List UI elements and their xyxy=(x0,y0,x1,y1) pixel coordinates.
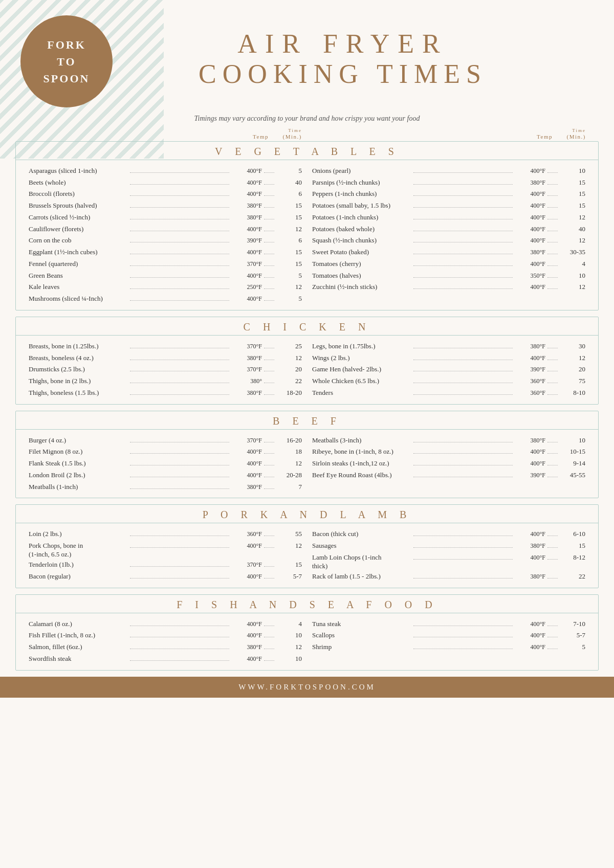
food-temp-vegetables-left-4: 380°F xyxy=(231,212,262,223)
food-dots-beef-left-0 xyxy=(130,442,229,442)
food-dots2-vegetables-left-9 xyxy=(264,277,274,278)
food-name-beef-left-4: Meatballs (1-inch) xyxy=(29,481,128,493)
food-time-vegetables-left-5: 12 xyxy=(276,224,302,235)
food-time-beef-left-4: 7 xyxy=(276,481,302,493)
section-fish-and-seafood: F I S H A N D S E A F O O DCalamari (8 o… xyxy=(15,594,599,671)
food-dots2-beef-left-0 xyxy=(264,442,274,442)
food-temp-chicken-right-1: 400°F xyxy=(515,353,545,364)
food-name-vegetables-left-9: Green Beans xyxy=(29,270,128,282)
food-dots2-chicken-right-3 xyxy=(547,383,558,383)
food-name-vegetables-right-10: Zucchini (½-inch sticks) xyxy=(312,281,411,293)
food-dots-vegetables-right-2 xyxy=(413,195,513,196)
food-time-vegetables-right-3: 15 xyxy=(560,200,585,212)
food-row-vegetables-right-2: Peppers (1-inch chunks)400°F15 xyxy=(312,188,585,200)
food-row-beef-left-1: Filet Mignon (8 oz.)400°F18 xyxy=(29,446,302,458)
food-name-vegetables-right-7: Sweet Potato (baked) xyxy=(312,247,411,258)
food-dots-vegetables-left-3 xyxy=(130,207,229,208)
food-time-vegetables-left-7: 15 xyxy=(276,247,302,258)
food-dots-vegetables-left-11 xyxy=(130,300,229,301)
food-temp-vegetables-left-3: 380°F xyxy=(231,201,262,211)
food-row-vegetables-right-3: Potatoes (small baby, 1.5 lbs)400°F15 xyxy=(312,200,585,212)
food-dots2-vegetables-right-9 xyxy=(547,277,558,278)
left-time-header: Time (Min.) xyxy=(269,128,302,140)
section-col-right-chicken: Legs, bone in (1.75lbs.)380°F30Wings (2 … xyxy=(307,341,590,399)
food-dots2-vegetables-left-1 xyxy=(264,184,274,185)
food-temp-vegetables-right-10: 400°F xyxy=(515,282,545,293)
food-row-vegetables-right-6: Squash (½-inch chunks)400°F12 xyxy=(312,235,585,247)
food-time-beef-left-3: 20-28 xyxy=(276,470,302,481)
food-row-fish-and-seafood-left-1: Fish Fillet (1-inch, 8 oz.)400°F10 xyxy=(29,630,302,641)
food-time-chicken-right-0: 30 xyxy=(560,341,585,352)
food-row-chicken-right-1: Wings (2 lbs.)400°F12 xyxy=(312,352,585,364)
section-vegetables: V E G E T A B L E SAsparagus (sliced 1-i… xyxy=(15,141,599,310)
food-time-vegetables-left-3: 15 xyxy=(276,200,302,212)
food-temp-fish-and-seafood-left-1: 400°F xyxy=(231,630,262,641)
food-dots-pork-and-lamb-right-1 xyxy=(413,547,513,548)
food-time-chicken-left-0: 25 xyxy=(276,341,302,352)
food-temp-chicken-left-4: 380°F xyxy=(231,388,262,398)
food-name-chicken-left-1: Breasts, boneless (4 oz.) xyxy=(29,352,128,364)
food-temp-pork-and-lamb-left-3: 400°F xyxy=(231,571,262,582)
food-dots-fish-and-seafood-left-2 xyxy=(130,649,229,649)
food-dots2-chicken-left-4 xyxy=(264,394,274,395)
food-time-pork-and-lamb-left-0: 55 xyxy=(276,528,302,540)
food-dots2-chicken-left-2 xyxy=(264,371,274,371)
section-col-right-fish-and-seafood: Tuna steak400°F7-10Scallops400°F5-7Shrim… xyxy=(307,618,590,665)
food-name-beef-left-2: Flank Steak (1.5 lbs.) xyxy=(29,458,128,470)
food-dots-vegetables-left-1 xyxy=(130,184,229,185)
food-name-beef-right-1: Ribeye, bone in (1-inch, 8 oz.) xyxy=(312,446,411,458)
food-dots-vegetables-left-0 xyxy=(130,172,229,173)
food-row-vegetables-left-0: Asparagus (sliced 1-inch)400°F5 xyxy=(29,165,302,177)
food-row-pork-and-lamb-left-2: Tenderloin (1lb.)370°F15 xyxy=(29,559,302,571)
food-time-vegetables-right-0: 10 xyxy=(560,165,585,177)
food-time-pork-and-lamb-left-1: 12 xyxy=(276,540,302,552)
left-temp-header: Temp xyxy=(235,133,269,140)
food-name-pork-and-lamb-right-1: Sausages xyxy=(312,540,411,552)
food-dots-vegetables-right-6 xyxy=(413,242,513,242)
logo-text: FORK TO SPOON xyxy=(43,36,90,87)
section-title-fish-and-seafood: F I S H A N D S E A F O O D xyxy=(16,595,598,613)
food-row-beef-left-4: Meatballs (1-inch)380°F7 xyxy=(29,481,302,493)
food-time-beef-left-0: 16-20 xyxy=(276,435,302,447)
food-temp-vegetables-left-11: 400°F xyxy=(231,294,262,304)
food-dots-beef-right-3 xyxy=(413,477,513,477)
food-dots-fish-and-seafood-left-1 xyxy=(130,637,229,637)
food-dots-vegetables-right-10 xyxy=(413,288,513,289)
food-dots2-chicken-left-0 xyxy=(264,348,274,348)
food-time-fish-and-seafood-right-1: 5-7 xyxy=(560,630,585,641)
food-row-fish-and-seafood-left-0: Calamari (8 oz.)400°F4 xyxy=(29,618,302,630)
food-dots2-fish-and-seafood-left-0 xyxy=(264,626,274,626)
food-time-chicken-left-4: 18-20 xyxy=(276,387,302,399)
food-row-vegetables-left-9: Green Beans400°F5 xyxy=(29,270,302,282)
food-dots2-fish-and-seafood-left-2 xyxy=(264,649,274,649)
food-dots2-vegetables-left-11 xyxy=(264,300,274,301)
food-dots-vegetables-left-8 xyxy=(130,265,229,266)
food-temp-beef-left-2: 400°F xyxy=(231,458,262,469)
section-beef: B E E FBurger (4 oz.)370°F16-20Filet Mig… xyxy=(15,411,599,499)
food-dots2-pork-and-lamb-left-2 xyxy=(264,566,274,567)
food-name-vegetables-left-8: Fennel (quartered) xyxy=(29,258,128,270)
food-temp-chicken-right-4: 360°F xyxy=(515,388,545,398)
food-dots2-beef-right-2 xyxy=(547,465,558,465)
food-dots-chicken-right-4 xyxy=(413,394,513,395)
section-body-beef: Burger (4 oz.)370°F16-20Filet Mignon (8 … xyxy=(16,432,598,498)
food-time-vegetables-left-8: 15 xyxy=(276,258,302,270)
food-temp-vegetables-right-8: 400°F xyxy=(515,259,545,270)
food-dots2-vegetables-right-4 xyxy=(547,219,558,219)
food-time-vegetables-left-0: 5 xyxy=(276,165,302,177)
food-name-vegetables-left-6: Corn on the cob xyxy=(29,235,128,247)
food-row-vegetables-left-3: Brussels Sprouts (halved)380°F15 xyxy=(29,200,302,212)
food-row-fish-and-seafood-right-0: Tuna steak400°F7-10 xyxy=(312,618,585,630)
food-name-fish-and-seafood-left-0: Calamari (8 oz.) xyxy=(29,618,128,630)
section-title-beef: B E E F xyxy=(16,411,598,430)
food-time-pork-and-lamb-left-3: 5-7 xyxy=(276,571,302,583)
food-temp-beef-right-0: 380°F xyxy=(515,435,545,446)
food-temp-chicken-left-3: 380° xyxy=(231,376,262,387)
food-time-chicken-right-1: 12 xyxy=(560,352,585,364)
food-dots2-vegetables-right-6 xyxy=(547,242,558,242)
food-temp-chicken-left-0: 370°F xyxy=(231,341,262,352)
section-body-fish-and-seafood: Calamari (8 oz.)400°F4Fish Fillet (1-inc… xyxy=(16,616,598,670)
food-name-beef-right-3: Beef Eye Round Roast (4lbs.) xyxy=(312,470,411,481)
food-name-vegetables-left-0: Asparagus (sliced 1-inch) xyxy=(29,165,128,177)
food-dots-chicken-left-3 xyxy=(130,383,229,383)
